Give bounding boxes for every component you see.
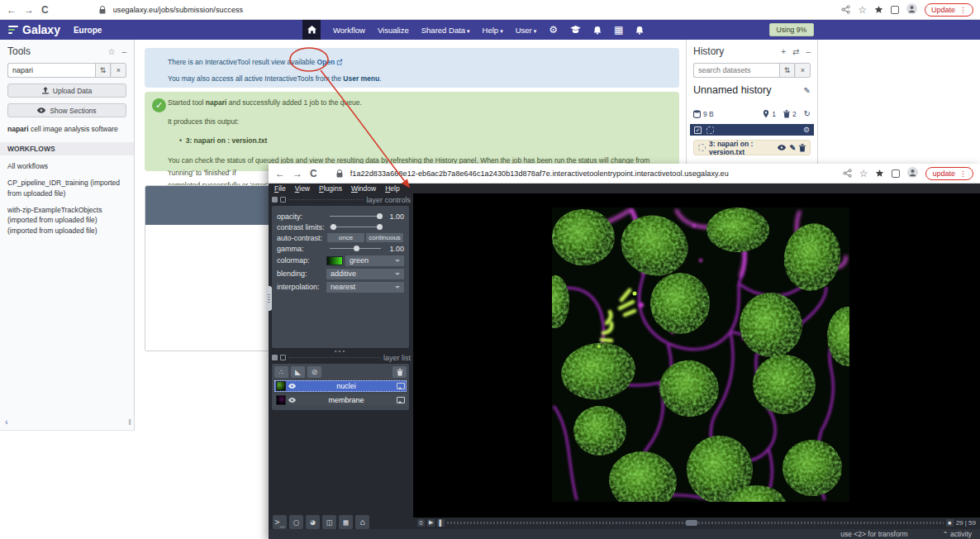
show-sections-button[interactable]: Show Sections [7, 103, 126, 117]
nav-help[interactable]: Help▾ [483, 26, 503, 35]
share-icon[interactable] [843, 166, 852, 181]
nav-user[interactable]: User▾ [516, 26, 537, 35]
tools-search-input[interactable] [7, 63, 95, 78]
layer-visibility-eye-icon[interactable] [288, 398, 296, 403]
menu-view[interactable]: View [295, 184, 310, 193]
colormap-dropdown[interactable]: green [345, 255, 404, 266]
auto-contrast-once-button[interactable]: once [327, 233, 364, 242]
home-reset-view-button[interactable]: ⌂ [355, 515, 369, 529]
share-icon[interactable] [841, 2, 850, 17]
last-frame-button[interactable]: ■ [946, 519, 954, 527]
extension-icon[interactable] [874, 2, 883, 17]
nav-visualize[interactable]: Visualize [378, 26, 409, 35]
nav-shared-data[interactable]: Shared Data▾ [421, 26, 470, 35]
training-cap-icon[interactable] [570, 26, 581, 34]
layer-row-membrane[interactable]: membrane [274, 394, 407, 406]
gamma-slider[interactable] [330, 248, 381, 249]
favorites-star-icon[interactable]: ☆ [107, 47, 115, 56]
frame-slider[interactable] [447, 522, 943, 524]
deleted-trash-icon[interactable] [783, 110, 790, 118]
profile-avatar-icon[interactable] [907, 166, 918, 181]
interpolation-dropdown[interactable]: nearest [326, 282, 404, 293]
history-search-clear-icon[interactable]: × [795, 63, 811, 78]
transpose-dimensions-button[interactable]: ◫ [322, 515, 336, 529]
dock-float-icon[interactable] [272, 355, 278, 360]
address-url[interactable]: f1a22d833a668e12-eb6ac2b7a8e646c1a2430b1… [350, 169, 729, 178]
tools-search-options-icon[interactable]: ⇅ [95, 63, 111, 78]
history-options-icon[interactable]: – [806, 47, 811, 56]
console-button[interactable]: >_ [273, 515, 287, 529]
dataset-eye-icon[interactable] [778, 145, 786, 150]
play-button[interactable]: ▶ [427, 519, 435, 527]
panel-resize-grip[interactable]: ‖ [128, 418, 131, 427]
nav-workflow[interactable]: Workflow [333, 26, 365, 35]
blending-dropdown[interactable]: additive [326, 269, 404, 279]
galaxy-logo-icon[interactable] [8, 26, 18, 34]
viewer-canvas[interactable] [413, 193, 980, 518]
menu-help[interactable]: Help [385, 184, 399, 193]
output-dataset-item[interactable]: • 3: napari on : version.txt [179, 136, 668, 145]
notifications-bell-icon[interactable] [593, 26, 602, 35]
auto-contrast-continuous-button[interactable]: continuous [366, 233, 403, 242]
reload-icon[interactable]: C [310, 169, 317, 179]
address-url[interactable]: usegalaxy.eu/jobs/submission/success [113, 6, 244, 14]
alerts-bell-icon[interactable] [635, 26, 644, 35]
workflow-item-all[interactable]: All workflows [7, 161, 126, 172]
browser-update-button[interactable]: update⋮ [925, 167, 973, 180]
layer-name[interactable]: membrane [298, 396, 394, 404]
dataset-delete-icon[interactable] [799, 144, 806, 152]
grid-view-button[interactable]: ▦ [339, 515, 353, 529]
forward-icon[interactable]: → [293, 169, 302, 179]
interactive-tools-icon[interactable]: ⚙ [549, 24, 558, 36]
collapse-panel-icon[interactable]: – [121, 47, 126, 56]
upload-data-button[interactable]: Upload Data [7, 83, 126, 98]
menu-window[interactable]: Window [351, 184, 376, 193]
bookmark-star-icon[interactable]: ☆ [859, 169, 868, 179]
new-labels-layer-button[interactable]: ⊘ [307, 366, 321, 378]
history-name[interactable]: Unnamed history [693, 84, 772, 96]
workflow-item-with-zip[interactable]: with-zip-ExampleTrackObjects (imported f… [7, 205, 126, 236]
tab-window-icon[interactable] [891, 6, 899, 14]
bookmark-star-icon[interactable]: ☆ [858, 5, 867, 15]
grid-apps-icon[interactable]: ▦ [614, 24, 623, 36]
extension-icon[interactable] [875, 166, 884, 181]
dock-hide-icon[interactable] [280, 355, 286, 360]
workflow-item-cp-pipeline[interactable]: CP_pipeline_IDR_training (imported from … [7, 178, 126, 199]
opacity-slider[interactable] [330, 216, 381, 217]
shown-pin-icon[interactable] [763, 110, 769, 118]
tool-result-napari[interactable]: napari cell image analysis software [7, 125, 126, 134]
quota-usage-badge[interactable]: Using 9% [769, 23, 814, 36]
collapse-left-chevron-icon[interactable]: ‹ [5, 417, 8, 427]
forward-icon[interactable]: → [24, 5, 34, 15]
back-icon[interactable]: ← [275, 169, 285, 179]
menu-plugins[interactable]: Plugins [319, 184, 342, 193]
menu-file[interactable]: File [274, 184, 286, 193]
frame-mode-button[interactable]: ▌ [437, 519, 445, 527]
home-tab[interactable] [302, 20, 321, 40]
roll-dimensions-button[interactable]: ◕ [306, 515, 320, 529]
history-search-input[interactable] [693, 63, 779, 78]
history-gear-icon[interactable]: ⚙ [803, 126, 810, 134]
tab-window-icon[interactable] [892, 169, 900, 178]
delete-layer-button[interactable] [392, 366, 407, 378]
layer-name[interactable]: nuclei [298, 382, 394, 390]
edit-history-name-icon[interactable]: ✎ [804, 86, 811, 95]
selection-mode-icon[interactable] [706, 126, 714, 134]
new-shapes-layer-button[interactable]: ◣ [291, 366, 305, 378]
dataset-name[interactable]: 3: napari on : version.txt [709, 140, 774, 156]
select-all-checkbox[interactable]: ✓ [694, 126, 702, 134]
refresh-history-icon[interactable]: ↻ [804, 109, 811, 118]
brand-name[interactable]: Galaxy [22, 23, 60, 36]
new-history-plus-icon[interactable]: + [781, 47, 786, 56]
dataset-item[interactable]: 3: napari on : version.txt ✎ [693, 140, 811, 155]
layer-visibility-eye-icon[interactable] [288, 384, 296, 389]
activity-toggle[interactable]: ⌃ activity [943, 530, 972, 538]
dock-resize-grip[interactable] [266, 286, 272, 311]
history-filter-icon[interactable]: ⇅ [779, 63, 795, 78]
contrast-limits-slider[interactable] [330, 227, 381, 227]
ndisplay-toggle-button[interactable]: ▢ [289, 515, 303, 529]
dock-hide-icon[interactable] [280, 197, 286, 203]
dock-float-icon[interactable] [272, 197, 278, 203]
dataset-edit-icon[interactable]: ✎ [789, 144, 796, 152]
profile-avatar-icon[interactable] [906, 2, 917, 17]
